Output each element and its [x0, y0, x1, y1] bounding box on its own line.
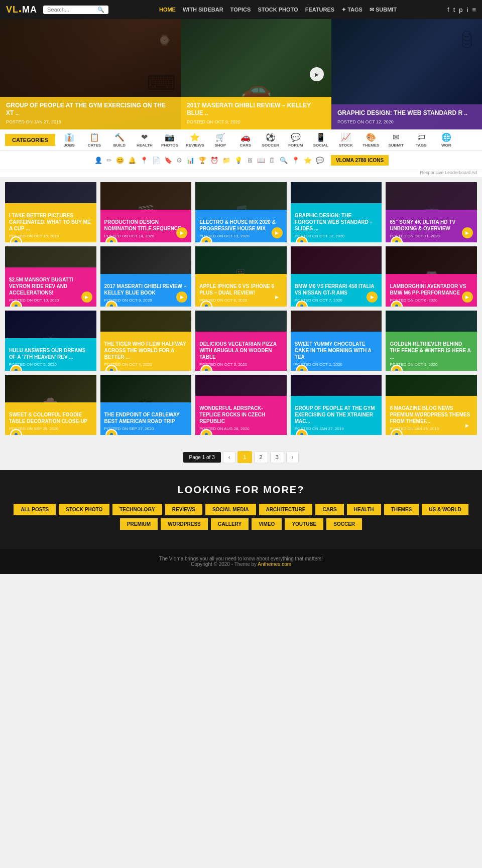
footer-anthemes-link[interactable]: Anthemes.com — [258, 561, 291, 567]
hero-item-3[interactable]: 🛢 GRAPHIC DESIGN: THE WEB STANDARD R .. … — [331, 19, 482, 129]
card-6-play[interactable]: ▶ — [81, 292, 92, 303]
nav-with-sidebar[interactable]: WITH SIDEBAR — [183, 7, 223, 13]
card-20[interactable]: 👩 👤 ▶ 8 MAGAZINE BLOG NEWS PREMIUM WORDP… — [386, 375, 477, 435]
search-bar[interactable]: 🔍 — [43, 6, 108, 14]
icon-smile[interactable]: 😊 — [115, 156, 125, 165]
icon-bookmark[interactable]: 🔖 — [163, 156, 173, 165]
card-3[interactable]: 🎵 👤 ▶ ELECTRO & HOUSE MIX 2020 & PROGRES… — [195, 182, 287, 242]
categories-button[interactable]: CATEGORIES — [5, 134, 55, 146]
page-1-btn[interactable]: 1 — [237, 451, 252, 463]
icon-book[interactable]: 📖 — [256, 156, 266, 165]
hero-item-2[interactable]: 🚗 2017 MASERATI GHIBLI REVIEW – KELLEY B… — [181, 19, 331, 129]
icon-location[interactable]: 📍 — [291, 156, 301, 165]
cat-cates[interactable]: 📋CATES — [85, 132, 103, 148]
nav-features[interactable]: FEATURES — [305, 7, 334, 13]
cat-social[interactable]: 📱SOCIAL — [312, 132, 330, 148]
footer-tag-themes[interactable]: THEMES — [384, 504, 419, 515]
cat-health[interactable]: ❤HEALTH — [136, 132, 154, 148]
footer-tag-health[interactable]: HEALTH — [347, 504, 381, 515]
prev-page-btn[interactable]: ‹ — [223, 451, 236, 463]
nav-stock-photo[interactable]: STOCK PHOTO — [258, 7, 298, 13]
icon-person[interactable]: 👤 — [93, 156, 103, 165]
instagram-icon[interactable]: i — [467, 6, 468, 14]
footer-tag-premium[interactable]: PREMIUM — [120, 518, 158, 530]
footer-tag-allposts[interactable]: ALL POSTS — [14, 504, 56, 515]
icon-edit[interactable]: ✏ — [105, 156, 113, 165]
card-3-play[interactable]: ▶ — [272, 227, 283, 238]
card-5[interactable]: 📺 👤 ▶ 65" SONY 4K ULTRA HD TV UNBOXING &… — [386, 182, 477, 242]
facebook-icon[interactable]: f — [447, 6, 449, 14]
icon-monitor[interactable]: 🖥 — [246, 156, 254, 165]
footer-tag-wordpress[interactable]: WORDPRESS — [161, 518, 208, 530]
hero-item-1[interactable]: ⌨ ⌚ GROUP OF PEOPLE AT THE GYM EXERCISIN… — [0, 19, 181, 129]
cat-themes[interactable]: 🎨THEMES — [362, 132, 380, 148]
footer-tag-technology[interactable]: TECHNOLOGY — [112, 504, 162, 515]
icon-gear[interactable]: ⚙ — [175, 156, 183, 165]
card-7[interactable]: 🚙 👤 ▶ 2017 MASERATI GHIBLI REVIEW – KELL… — [100, 246, 192, 307]
footer-tag-architecture[interactable]: ARCHITECTURE — [259, 504, 313, 515]
footer-tag-youtube[interactable]: YOUTUBE — [285, 518, 323, 530]
cat-shop[interactable]: 🛒SHOP — [211, 132, 229, 148]
card-20-play[interactable]: ▶ — [462, 420, 473, 431]
icon-calendar[interactable]: 🗓 — [268, 156, 277, 165]
page-3-btn[interactable]: 3 — [270, 451, 284, 463]
icon-chart[interactable]: 📊 — [185, 156, 195, 165]
icon-star[interactable]: ⭐ — [303, 156, 313, 165]
cat-soccer[interactable]: ⚽SOCCER — [262, 132, 280, 148]
card-9[interactable]: 🏎 👤 ▶ BMW M6 VS FERRARI 458 ITALIA VS NI… — [291, 246, 382, 307]
cat-tags[interactable]: 🏷TAGS — [412, 133, 430, 148]
hamburger-icon[interactable]: ≡ — [472, 6, 476, 14]
cat-cars[interactable]: 🚗CARS — [236, 132, 255, 148]
nav-topics[interactable]: TOPICS — [230, 7, 251, 13]
hero-play-btn-2[interactable]: ▶ — [310, 67, 324, 81]
next-page-btn[interactable]: › — [286, 451, 299, 463]
card-8-play[interactable]: ▶ — [272, 292, 283, 303]
cat-photos[interactable]: 📷PHOTOS — [161, 132, 179, 148]
card-2[interactable]: 🎬 👤 ▶ PRODUCTION DESIGN NOMINATION TITLE… — [100, 182, 192, 242]
card-1[interactable]: 💪 👤 I TAKE BETTER PICTURES CAFFEINATED. … — [5, 182, 96, 242]
footer-tag-stockphoto[interactable]: STOCK PHOTO — [59, 504, 109, 515]
twitter-icon[interactable]: t — [453, 6, 455, 14]
cat-jobs[interactable]: 👔JOBS — [60, 132, 78, 148]
footer-tag-socialmedia[interactable]: SOCIAL MEDIA — [205, 504, 256, 515]
icon-bulb[interactable]: 💡 — [233, 156, 244, 165]
card-17[interactable]: 🗺 👤 THE ENDPOINT OF CABLEWAY BEST AMERIC… — [100, 375, 192, 435]
card-12[interactable]: 🐯 👤 THE TIGER WHO FLEW HALFWAY ACROSS TH… — [100, 311, 192, 371]
search-icon[interactable]: 🔍 — [97, 7, 104, 13]
card-4[interactable]: 🎨 👤 GRAPHIC DESIGN: THE FORGOTTEN WEB ST… — [291, 182, 382, 242]
icon-doc[interactable]: 📄 — [151, 156, 161, 165]
cat-reviews[interactable]: ⭐REVIEWS — [186, 132, 204, 148]
footer-tag-vimeo[interactable]: VIMEO — [252, 518, 282, 530]
icon-clock[interactable]: ⏰ — [209, 156, 219, 165]
icon-folder[interactable]: 📁 — [221, 156, 231, 165]
footer-tag-gallery[interactable]: GALLERY — [211, 518, 249, 530]
icon-search[interactable]: 🔍 — [279, 156, 289, 165]
card-6[interactable]: 🚗 👤 ▶ $2.5M MANSORY BUGATTI VEYRON RIDE … — [5, 246, 96, 307]
pinterest-icon[interactable]: p — [459, 6, 462, 14]
icon-chat[interactable]: 💬 — [315, 156, 325, 165]
card-8[interactable]: 📱 👤 ▶ APPLE IPHONE 6 VS !PHONE 6 PLUS – … — [195, 246, 287, 307]
icon-bell[interactable]: 🔔 — [127, 156, 137, 165]
card-19[interactable]: 💪 👤 GROUP OF PEOPLE AT THE GYM EXERCISIN… — [291, 375, 382, 435]
footer-tag-cars[interactable]: CARS — [315, 504, 343, 515]
nav-tags[interactable]: ✦ TAGS — [341, 7, 363, 13]
cat-stock[interactable]: 📈STOCK — [337, 132, 355, 148]
icon-trophy[interactable]: 🏆 — [197, 156, 207, 165]
cat-build[interactable]: 🔨BUILD — [110, 132, 129, 148]
footer-tag-reviews[interactable]: REVIEWS — [165, 504, 202, 515]
site-logo[interactable]: VL●MA — [6, 5, 37, 15]
footer-tag-usworld[interactable]: US & WORLD — [422, 504, 468, 515]
card-10-play[interactable]: ▶ — [462, 292, 473, 303]
card-11[interactable]: 📺 👤 HULU ANSWERS OUR DREAMS OF A '7TH HE… — [5, 311, 96, 371]
cat-world[interactable]: 🌐WOR — [437, 132, 455, 148]
card-16[interactable]: 🌸 👤 SWEET & COLORFUL FOODIE TABLE DECORA… — [5, 375, 96, 435]
card-10[interactable]: 🚘 👤 ▶ LAMBORGHINI AVENTADOR VS BMW M6 PP… — [386, 246, 477, 307]
card-18[interactable]: 🏰 👤 WONDERFUL ADRSPACK-TEPLICE ROCKS IN … — [195, 375, 287, 435]
footer-tag-soccer[interactable]: SOCCER — [326, 518, 362, 530]
card-5-play[interactable]: ▶ — [462, 227, 473, 238]
cat-submit[interactable]: ✉SUBMIT — [387, 132, 405, 148]
vloma-icons-button[interactable]: VLOMA 2780 ICONS — [331, 155, 389, 166]
cat-forum[interactable]: 💬FORUM — [287, 132, 305, 148]
nav-home[interactable]: HOME — [159, 7, 176, 13]
card-14[interactable]: 🎂 👤 SWEET YUMMY CHOCOLATE CAKE IN THE MO… — [291, 311, 382, 371]
